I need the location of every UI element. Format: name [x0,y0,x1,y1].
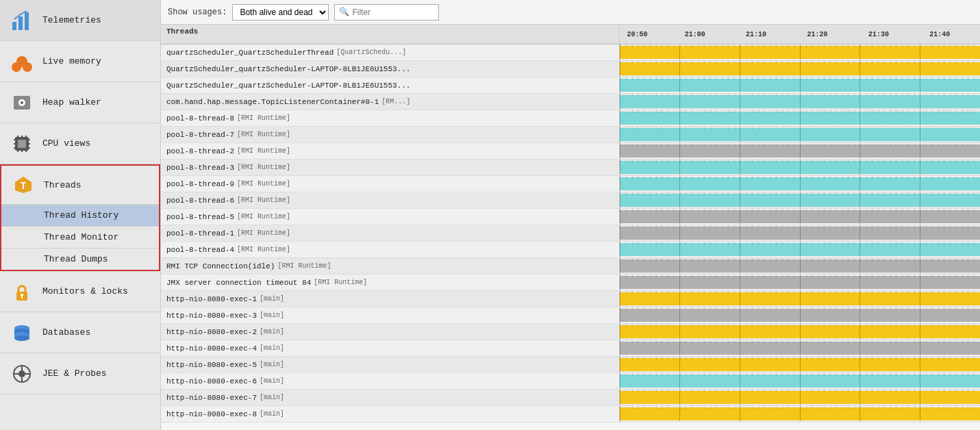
time-label-3: 21:20 [807,31,828,38]
thread-name-cell: http-nio-8080-exec-1[main] [161,291,620,307]
thread-name-cell: pool-8-thread-7[RMI Runtime] [161,127,620,142]
thread-timeline-cell [620,61,980,77]
filter-input[interactable] [352,8,434,17]
table-row[interactable]: pool-8-thread-8[RMI Runtime] [161,110,980,127]
thread-name-cell: JMX server connection timeout 84[RMI Run… [161,275,620,290]
sidebar-item-telemetries[interactable]: Telemetries [0,0,160,41]
jee-probes-label: JEE & Probes [42,368,107,379]
thread-timeline-cell [620,110,980,126]
table-row[interactable]: http-nio-8080-exec-8[main] [161,406,980,422]
table-row[interactable]: pool-8-thread-9[RMI Runtime] [161,176,980,192]
thread-name-cell: QuartzScheduler_quartzScheduler-LAPTOP-8… [161,61,620,77]
thread-timeline-cell [620,176,980,192]
thread-name-cell: http-nio-8080-exec-4[main] [161,340,620,356]
svg-text:T: T [21,181,26,192]
table-row[interactable]: pool-8-thread-7[RMI Runtime] [161,127,980,143]
telemetries-icon [10,8,34,33]
table-row[interactable]: http-nio-8080-exec-4[main] [161,340,980,357]
timeline-header: 20:50 21:00 21:10 21:20 21:30 21:40 [620,25,980,44]
time-label-4: 21:30 [868,31,889,38]
monitors-locks-icon [10,279,34,304]
sidebar-item-thread-monitor[interactable]: Thread Monitor [1,226,159,248]
main-content: Show usages: Both alive and dead Alive o… [161,0,980,430]
table-row[interactable]: http-nio-8080-exec-6[main] [161,373,980,390]
table-row[interactable]: http-nio-8080-exec-5[main] [161,357,980,373]
sidebar-item-monitors-locks[interactable]: Monitors & locks [0,271,160,312]
thread-timeline-cell [620,275,980,290]
table-row[interactable]: pool-8-thread-1[RMI Runtime] [161,225,980,242]
svg-point-36 [18,370,25,377]
table-row[interactable]: RMI TCP Connection(idle)[RMI Runtime] [161,258,980,275]
table-row[interactable]: QuartzScheduler_quartzScheduler-LAPTOP-8… [161,61,980,77]
time-label-5: 21:40 [929,31,950,38]
toolbar: Show usages: Both alive and dead Alive o… [161,0,980,25]
table-row[interactable]: http-nio-8080-exec-2[main] [161,324,980,340]
thread-name-cell: pool-8-thread-8[RMI Runtime] [161,110,620,126]
sidebar-item-databases[interactable]: Databases [0,312,160,353]
thread-timeline-cell [620,390,980,405]
thread-timeline-cell [620,258,980,274]
live-memory-label: Live memory [42,56,101,66]
sidebar-item-live-memory[interactable]: Live memory [0,41,160,82]
table-row[interactable]: com.hand.hap.message.TopicListenerContai… [161,94,980,110]
sidebar-item-thread-dumps[interactable]: Thread Dumps [1,248,159,270]
table-row[interactable]: http-nio-8080-exec-3[main] [161,307,980,324]
svg-point-4 [12,62,21,72]
thread-name-cell: pool-8-thread-6[RMI Runtime] [161,192,620,208]
filter-box[interactable]: 🔍 [334,4,439,21]
thread-timeline-cell [620,192,980,208]
databases-icon [10,320,34,345]
show-usages-dropdown[interactable]: Both alive and dead Alive only Dead only [232,4,329,21]
telemetries-label: Telemetries [42,15,101,25]
thread-timeline-cell [620,209,980,225]
thread-timeline-cell [620,45,980,60]
heap-walker-label: Heap walker [42,97,101,108]
cpu-views-icon [10,131,34,156]
cpu-views-label: CPU views [42,138,90,149]
thread-timeline-cell [620,160,980,175]
threads-label: Threads [44,180,81,190]
thread-rows-container: quartzScheduler_QuartzSchedulerThread[Qu… [161,45,980,422]
thread-timeline-cell [620,373,980,389]
thread-table-header: Threads 20:50 21:00 21:10 21:20 21:30 21… [161,25,980,45]
thread-timeline-cell [620,291,980,307]
thread-name-cell: com.hand.hap.message.TopicListenerContai… [161,94,620,110]
table-row[interactable]: http-nio-8080-exec-7[main] [161,390,980,406]
sidebar-item-jee-probes[interactable]: JEE & Probes [0,353,160,394]
table-row[interactable]: pool-8-thread-6[RMI Runtime] [161,192,980,209]
thread-name-cell: http-nio-8080-exec-3[main] [161,307,620,323]
thread-timeline-cell [620,307,980,323]
thread-name-cell: pool-8-thread-4[RMI Runtime] [161,242,620,257]
databases-label: Databases [42,327,90,338]
threads-header[interactable]: T Threads [1,166,159,204]
svg-rect-0 [12,22,16,30]
thread-name-cell: pool-8-thread-1[RMI Runtime] [161,225,620,241]
table-row[interactable]: pool-8-thread-3[RMI Runtime] [161,160,980,176]
table-row[interactable]: http-nio-8080-exec-1[main] [161,291,980,307]
thread-name-cell: quartzScheduler_QuartzSchedulerThread[Qu… [161,45,620,60]
table-row[interactable]: QuartzScheduler_quartzScheduler-LAPTOP-8… [161,77,980,94]
thread-timeline-cell [620,406,980,422]
svg-point-5 [23,62,32,72]
table-row[interactable]: pool-8-thread-4[RMI Runtime] [161,242,980,258]
svg-rect-1 [18,16,23,30]
svg-rect-2 [25,12,29,30]
table-row[interactable]: pool-8-thread-5[RMI Runtime] [161,209,980,225]
sidebar-item-heap-walker[interactable]: Heap walker [0,82,160,123]
sidebar-item-thread-history[interactable]: Thread History [1,204,159,226]
monitors-locks-label: Monitors & locks [42,286,128,296]
thread-name-cell: RMI TCP Connection(idle)[RMI Runtime] [161,258,620,274]
sidebar-item-cpu-views[interactable]: CPU views [0,123,160,164]
table-row[interactable]: pool-8-thread-2[RMI Runtime] [161,143,980,160]
thread-timeline-cell [620,143,980,159]
thread-name-cell: pool-8-thread-5[RMI Runtime] [161,209,620,225]
thread-name-cell: http-nio-8080-exec-6[main] [161,373,620,389]
table-row[interactable]: JMX server connection timeout 84[RMI Run… [161,275,980,291]
threads-column-header: Threads [161,25,620,44]
thread-name-cell: http-nio-8080-exec-7[main] [161,390,620,405]
thread-timeline-cell [620,77,980,93]
table-row[interactable]: quartzScheduler_QuartzSchedulerThread[Qu… [161,45,980,61]
show-usages-label: Show usages: [168,8,227,17]
thread-timeline-cell [620,340,980,356]
thread-name-cell: pool-8-thread-9[RMI Runtime] [161,176,620,192]
